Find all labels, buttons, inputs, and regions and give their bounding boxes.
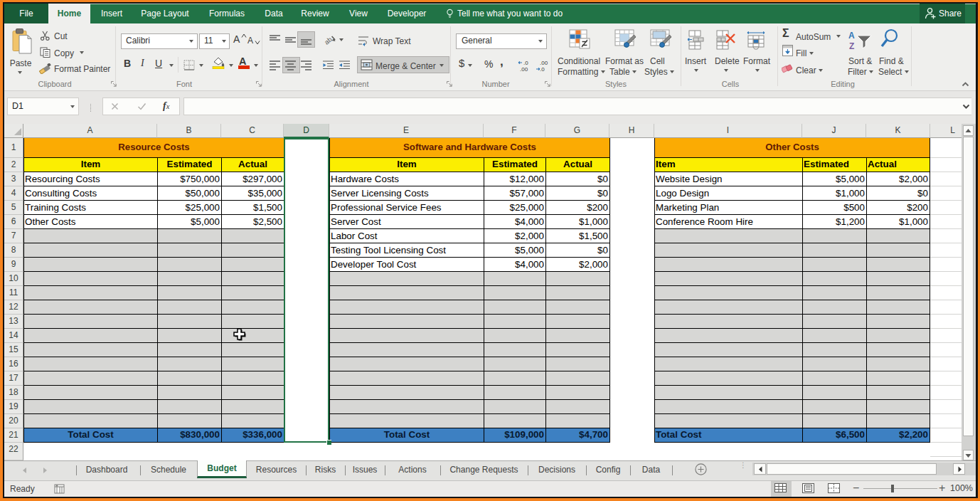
svg-text:.00: .00 (520, 66, 528, 72)
svg-text:.00: .00 (540, 60, 548, 66)
svg-text:.0: .0 (523, 60, 528, 66)
svg-text:A: A (848, 31, 855, 41)
svg-text:Z: Z (849, 41, 854, 51)
svg-text:.0: .0 (540, 66, 545, 72)
